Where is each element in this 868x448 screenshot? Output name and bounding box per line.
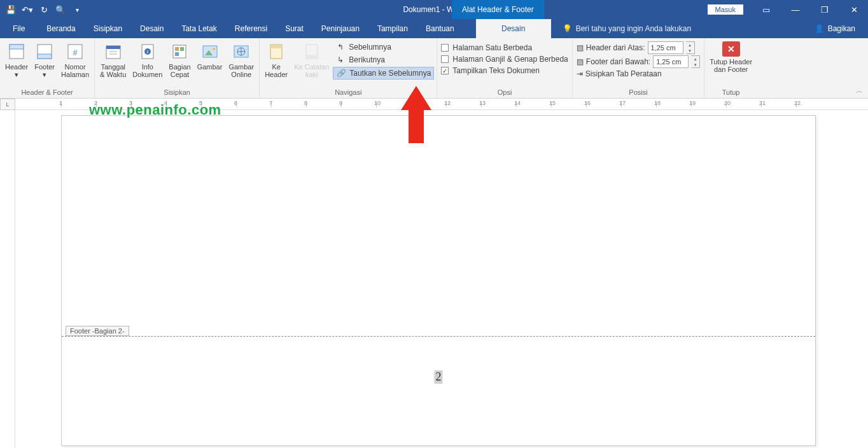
restore-icon[interactable]: ❐	[811, 0, 839, 19]
checkbox-checked-icon: ✓	[441, 67, 449, 74]
header-top-icon: ▤	[577, 43, 584, 52]
quick-parts-button[interactable]: Bagian Cepat	[166, 40, 193, 80]
footer-section-tag: Footer -Bagian 2-	[66, 326, 129, 336]
footer-spinner[interactable]: ▲▼	[691, 55, 700, 68]
print-preview-icon[interactable]: 🔍	[53, 3, 67, 17]
quick-parts-icon	[169, 41, 190, 62]
work-area: www.penainfo.com L 123456789101112131415…	[0, 99, 868, 448]
header-from-top-label: Header dari Atas:	[586, 43, 645, 52]
insert-alignment-tab-label: Sisipkan Tab Perataan	[585, 69, 662, 78]
footer-separator	[62, 336, 815, 337]
tab-sisipkan[interactable]: Sisipkan	[85, 19, 131, 38]
share-button[interactable]: 👤 Bagikan	[815, 19, 868, 38]
diff-first-page-checkbox[interactable]: Halaman Satu Berbeda	[440, 43, 569, 53]
ribbon: Header▾ Footer▾ # Nomor Halaman Header &…	[0, 38, 868, 99]
tab-peninjauan[interactable]: Peninjauan	[312, 19, 368, 38]
ruler-corner[interactable]: L	[0, 99, 15, 110]
insert-alignment-tab-button[interactable]: ⇥ Sisipkan Tab Perataan	[575, 69, 701, 78]
tab-tampilan[interactable]: Tampilan	[368, 19, 417, 38]
diff-odd-even-label: Halaman Ganjil & Genap Berbeda	[452, 55, 568, 64]
page-number-text[interactable]: 2	[435, 370, 443, 384]
quick-parts-label: Bagian Cepat	[169, 63, 190, 78]
vertical-ruler[interactable]	[0, 110, 15, 448]
footer-from-bottom-input[interactable]: 1,25 cm	[653, 55, 689, 68]
svg-rect-16	[175, 52, 179, 56]
close-x-icon: ✕	[722, 41, 740, 57]
group-navigasi: Ke Header Ke Catatan kaki ↰ Sebelumnya ↳…	[260, 38, 437, 98]
goto-footer-label: Ke Catatan kaki	[294, 63, 329, 78]
undo-icon[interactable]: ↶▾	[20, 3, 34, 17]
doc-info-button[interactable]: i Info Dokumen	[130, 40, 165, 80]
next-button[interactable]: ↳ Berikutnya	[333, 54, 434, 66]
previous-button[interactable]: ↰ Sebelumnya	[333, 41, 434, 53]
group-label-sisipkan: Sisipkan	[97, 87, 256, 98]
link-to-previous-label: Tautkan ke Sebelumnya	[349, 69, 431, 78]
next-label: Berikutnya	[349, 55, 385, 64]
tab-surat[interactable]: Surat	[276, 19, 312, 38]
show-doc-text-label: Tampilkan Teks Dokumen	[452, 66, 540, 75]
close-header-footer-label: Tutup Header dan Footer	[710, 58, 752, 73]
footer-icon	[34, 41, 55, 62]
goto-footer-icon	[302, 41, 322, 62]
calendar-icon	[103, 41, 123, 62]
save-icon[interactable]: 💾	[4, 3, 18, 17]
footer-bottom-icon: ▤	[577, 57, 584, 66]
tell-me-box[interactable]: 💡 Beri tahu yang ingin Anda lakukan	[563, 19, 691, 38]
redo-icon[interactable]: ↻	[37, 3, 51, 17]
minimize-icon[interactable]: —	[781, 0, 809, 19]
svg-rect-17	[203, 46, 217, 57]
diff-odd-even-checkbox[interactable]: Halaman Ganjil & Genap Berbeda	[440, 54, 569, 64]
svg-rect-14	[175, 47, 179, 51]
group-posisi: ▤ Header dari Atas: 1,25 cm ▲▼ ▤ Footer …	[573, 38, 704, 98]
tab-referensi[interactable]: Referensi	[226, 19, 276, 38]
tab-desain[interactable]: Desain	[131, 19, 172, 38]
online-picture-label: Gambar Online	[228, 63, 254, 78]
close-header-footer-button[interactable]: ✕ Tutup Header dan Footer	[707, 40, 755, 74]
group-opsi: Halaman Satu Berbeda Halaman Ganjil & Ge…	[437, 38, 572, 98]
goto-header-icon	[266, 41, 286, 62]
svg-rect-7	[106, 46, 120, 49]
date-time-label: Tanggal & Waktu	[100, 63, 126, 78]
svg-text:i: i	[147, 49, 148, 55]
header-icon	[6, 41, 27, 62]
tab-desain-hf[interactable]: Desain	[476, 19, 551, 38]
tab-bantuan[interactable]: Bantuan	[417, 19, 463, 38]
share-icon: 👤	[815, 24, 824, 33]
title-bar: 💾 ↶▾ ↻ 🔍 ▾ Dokumen1 - Word Alat Header &…	[0, 0, 868, 19]
qat-customize-icon[interactable]: ▾	[70, 3, 84, 17]
tab-tata-letak[interactable]: Tata Letak	[172, 19, 225, 38]
collapse-ribbon-icon[interactable]: ︿	[856, 86, 863, 95]
header-from-top-input[interactable]: 1,25 cm	[648, 41, 683, 54]
document-page[interactable]: Footer -Bagian 2- 2	[61, 115, 816, 446]
header-spinner[interactable]: ▲▼	[686, 41, 695, 54]
group-header-footer: Header▾ Footer▾ # Nomor Halaman Header &…	[0, 38, 95, 98]
date-time-button[interactable]: Tanggal & Waktu	[97, 40, 129, 80]
page-number-button[interactable]: # Nomor Halaman	[59, 40, 92, 80]
watermark-text: www.penainfo.com	[89, 102, 221, 118]
svg-rect-25	[270, 45, 282, 48]
goto-header-button[interactable]: Ke Header	[262, 40, 290, 80]
ribbon-display-icon[interactable]: ▭	[752, 0, 780, 19]
goto-header-label: Ke Header	[265, 63, 288, 78]
document-viewport[interactable]: Footer -Bagian 2- 2	[15, 110, 868, 448]
show-doc-text-checkbox[interactable]: ✓ Tampilkan Teks Dokumen	[440, 66, 569, 76]
previous-label: Sebelumnya	[349, 43, 391, 52]
lightbulb-icon: 💡	[563, 24, 572, 33]
login-button[interactable]: Masuk	[708, 4, 743, 15]
svg-rect-27	[306, 55, 318, 59]
picture-label: Gambar	[197, 63, 223, 71]
checkbox-icon	[441, 55, 449, 63]
page-number-icon: #	[65, 41, 85, 62]
footer-button[interactable]: Footer▾	[32, 40, 57, 80]
online-picture-icon	[231, 41, 251, 62]
link-to-previous-button[interactable]: 🔗 Tautkan ke Sebelumnya	[333, 67, 434, 80]
header-button[interactable]: Header▾	[3, 40, 31, 80]
online-picture-button[interactable]: Gambar Online	[226, 40, 256, 80]
close-icon[interactable]: ✕	[840, 0, 868, 19]
page-number-label: Nomor Halaman	[61, 63, 89, 78]
tab-file[interactable]: File	[0, 19, 38, 38]
picture-button[interactable]: Gambar	[195, 40, 225, 72]
tab-beranda[interactable]: Beranda	[38, 19, 84, 38]
goto-footer-button[interactable]: Ke Catatan kaki	[291, 40, 332, 80]
group-label-navigasi: Navigasi	[262, 87, 434, 98]
